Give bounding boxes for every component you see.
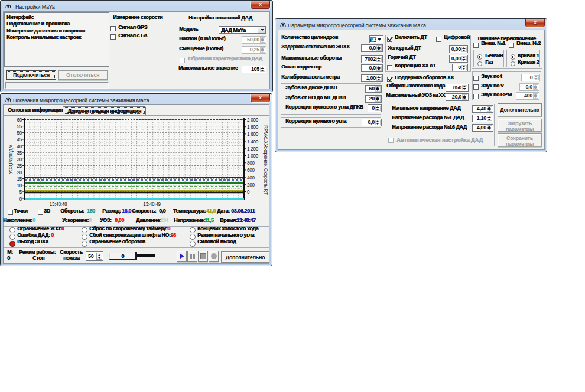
svg-text:0: 0	[20, 197, 22, 202]
svg-text:RPMx10,Ускорение, Скорость,Р,Т: RPMx10,Ускорение, Скорость,Р,Т	[263, 125, 268, 195]
svg-text:13:48:48: 13:48:48	[50, 202, 67, 207]
svg-text:50: 50	[17, 130, 22, 136]
svg-text:1 400: 1 400	[247, 139, 259, 145]
svg-text:10: 10	[17, 183, 22, 188]
svg-text:15: 15	[17, 177, 22, 182]
svg-text:400: 400	[247, 175, 255, 181]
svg-text:1 800: 1 800	[247, 125, 259, 130]
svg-text:1 600: 1 600	[247, 132, 259, 137]
svg-text:1 000: 1 000	[247, 153, 259, 159]
svg-text:55: 55	[17, 124, 22, 129]
svg-text:0: 0	[247, 190, 250, 195]
svg-text:60: 60	[17, 117, 22, 123]
svg-text:800: 800	[247, 161, 255, 166]
svg-text:13:48:49: 13:48:49	[143, 202, 161, 207]
svg-text:200: 200	[247, 182, 255, 188]
svg-text:5: 5	[20, 190, 22, 195]
svg-text:1 200: 1 200	[247, 146, 259, 152]
svg-text:35: 35	[17, 151, 22, 156]
svg-text:30: 30	[17, 157, 22, 162]
svg-text:600: 600	[247, 168, 255, 173]
svg-text:40: 40	[17, 144, 22, 149]
svg-text:УОЗ,Расход,V: УОЗ,Расход,V	[8, 144, 14, 174]
svg-text:25: 25	[17, 164, 22, 169]
svg-text:20: 20	[17, 170, 22, 175]
svg-text:45: 45	[17, 137, 22, 142]
svg-text:2 000: 2 000	[247, 117, 259, 123]
